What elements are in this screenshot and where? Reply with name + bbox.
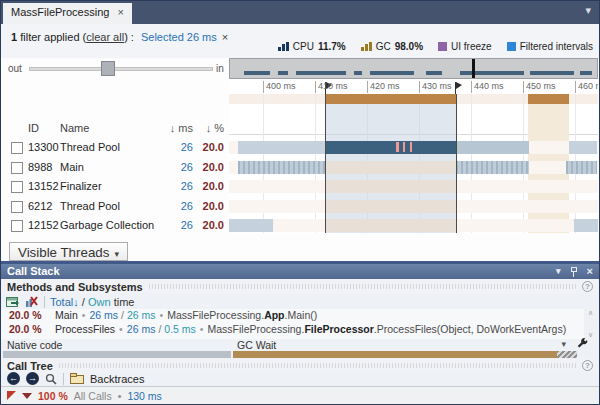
legend-gc: GC98.0% [361,41,423,52]
cpu-chart-icon [278,42,289,51]
activity-segment-bg [326,161,456,174]
gc-chart-icon [361,42,372,51]
backtraces-icon [70,373,84,384]
own-time-toggle[interactable]: Own [88,296,111,308]
thread-ms: 26 [181,180,193,192]
thread-row[interactable]: 12152Garbage Collection2620.0 [1,218,229,238]
visible-threads-button[interactable]: Visible Threads▾ [9,242,128,261]
overview-mark [426,71,442,75]
wrench-icon[interactable] [576,338,589,351]
thread-checkbox[interactable] [11,142,23,154]
chevron-down-icon: ▾ [114,249,119,259]
zoom-slider-thumb[interactable] [101,61,115,76]
bullet-icon: • [82,309,86,321]
call-tree-statusbar: 100 % All Calls • 130 ms [1,386,599,404]
total-time-toggle[interactable]: Total↓ [50,296,79,308]
timeline-thread-lane[interactable] [229,200,598,213]
zoom-bar: out in [1,58,229,80]
timeline-thread-lane[interactable] [229,180,598,193]
thread-row[interactable]: 6212Thread Pool2620.0 [1,199,229,219]
frame-own-ms: 0.5 ms [164,323,196,335]
thread-id: 13300 [28,141,59,153]
clear-filter-icon[interactable] [25,296,39,308]
tab-close-icon[interactable]: × [117,6,123,18]
zoom-in-label: in [216,63,224,74]
thread-pct: 20.0 [203,219,224,231]
activity-segment-tx [238,161,331,174]
column-header-id[interactable]: ID [28,122,39,134]
activity-segment-tx [566,161,597,174]
filter-funnel-icon[interactable] [22,393,32,399]
status-scope: All Calls [74,390,112,402]
thread-id: 6212 [28,200,52,212]
activity-segment-dk [326,141,456,154]
close-icon[interactable]: × [587,265,593,277]
zoom-out-label: out [8,63,22,74]
column-header-name[interactable]: Name [60,122,89,134]
thread-row[interactable]: 13300Thread Pool2620.0 [1,140,229,160]
overview-cursor[interactable] [472,59,475,78]
zoom-slider-track[interactable] [29,67,213,71]
timeline-canvas[interactable] [229,94,598,233]
call-stack-toolbar: Total↓ / Own time [1,295,599,309]
thread-name: Thread Pool [60,141,120,153]
native-code-label: Native code [7,339,62,351]
selection-border [325,94,326,233]
activity-segment-bg [326,200,456,213]
column-header-pct[interactable]: ↓ % [206,122,224,134]
frame-name: ProcessFiles [55,323,115,335]
forward-icon[interactable]: → [26,372,39,385]
clear-all-link[interactable]: clear all [86,31,124,43]
thread-checkbox[interactable] [11,201,23,213]
ruler-tick: 450 ms [523,81,556,93]
timeline-ruler[interactable]: 400 ms410 ms420 ms430 ms440 ms450 ms460 … [229,80,598,94]
thread-row[interactable]: 13152Finalizer2620.0 [1,179,229,199]
band-scroll-thumb[interactable] [557,351,577,358]
column-header-ms[interactable]: ↓ ms [170,122,193,134]
status-percent: 100 % [38,390,68,402]
call-stack-frame[interactable]: 20.0 %ProcessFiles•26 ms/0.5 ms•MassFile… [1,323,585,337]
tab-list-chevron-icon[interactable]: ▾ [585,4,591,17]
overview-activity[interactable] [229,58,598,79]
thread-row[interactable]: 8988Main2620.0 [1,160,229,180]
frames-scrollbar[interactable]: ∧ ∨ [584,309,597,339]
frame-pct: 20.0 % [9,309,55,321]
call-stack-titlebar[interactable]: Call Stack ▾ × [1,264,599,279]
backtraces-tab[interactable]: Backtraces [90,373,144,385]
timeline-thread-lane[interactable] [229,161,598,174]
thread-pct: 20.0 [203,161,224,173]
help-icon[interactable]: ? [582,281,593,292]
export-grid-icon[interactable] [6,296,20,308]
hot-path-icon[interactable] [7,391,16,400]
tab-massfileprocessing[interactable]: MassFileProcessing× [3,3,132,24]
activity-segment-lt [574,219,598,232]
thread-pct: 20.0 [203,141,224,153]
thread-checkbox[interactable] [11,162,23,174]
pin-icon[interactable] [570,266,578,277]
selection-border [456,94,457,233]
thread-checkbox[interactable] [11,220,23,232]
thread-name: Thread Pool [60,200,120,212]
clear-selection-icon[interactable]: × [222,31,228,43]
chevron-down-icon[interactable]: ▾ [561,339,566,349]
scroll-up-icon[interactable]: ∧ [588,309,593,317]
search-icon[interactable] [45,373,57,385]
frame-signature: MassFileProcessing.App.Main() [167,309,317,321]
window-menu-icon[interactable]: ▾ [556,266,561,276]
thread-name: Garbage Collection [60,219,154,231]
time-label: time [114,296,135,308]
call-stack-frame[interactable]: 20.0 %Main•26 ms/26 ms•MassFileProcessin… [1,309,585,323]
tab-title: MassFileProcessing [11,6,109,18]
help-icon[interactable]: ? [582,360,593,371]
overview-mark [244,71,270,75]
activity-segment-lt [569,141,597,154]
selection-end-flag-icon[interactable] [456,82,462,89]
header-hatch [149,284,576,289]
activity-segment-pk [410,142,412,152]
back-icon[interactable]: ← [7,372,20,385]
timeline-thread-lane[interactable] [229,141,598,154]
timeline-thread-lane[interactable] [229,219,598,232]
activity-segment-pk [396,142,399,152]
ruler-tick: 430 ms [419,81,452,93]
thread-checkbox[interactable] [11,181,23,193]
